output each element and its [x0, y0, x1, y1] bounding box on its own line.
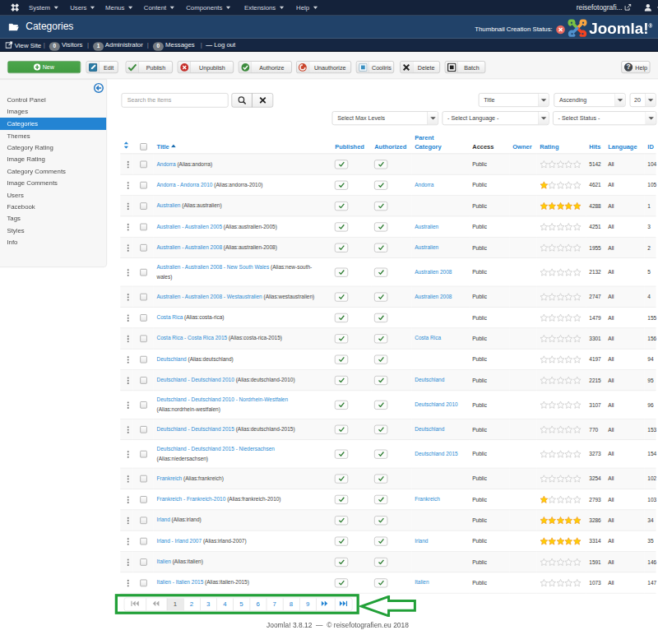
svg-text:?: ?: [627, 63, 631, 71]
